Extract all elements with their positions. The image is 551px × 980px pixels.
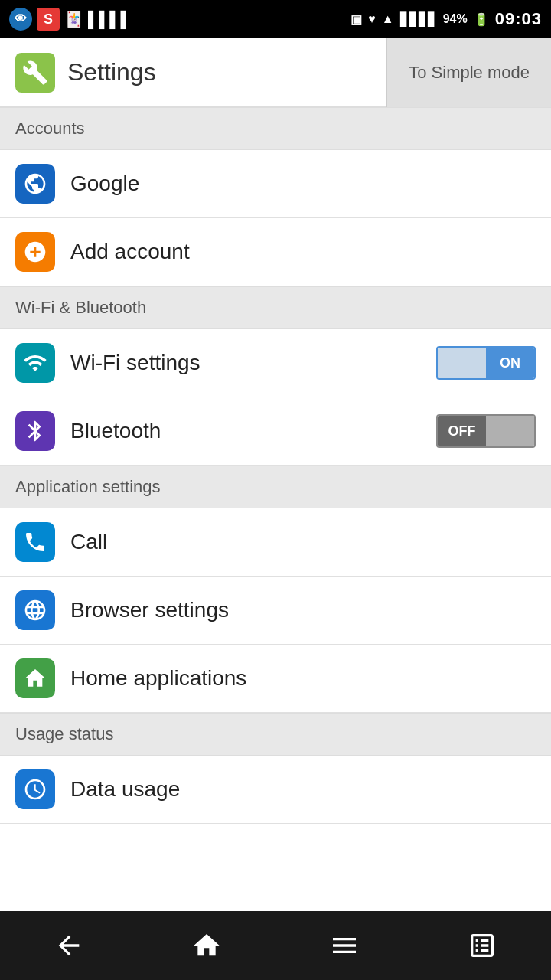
wifi-toggle[interactable]: ON	[436, 346, 536, 380]
wifi-label: Wi-Fi settings	[70, 351, 436, 375]
signal-icon: ▋▋▋▋	[400, 12, 437, 27]
nav-menu-button[interactable]	[314, 923, 375, 969]
app-title: Settings	[67, 58, 156, 87]
home-apps-label: Home applications	[70, 666, 536, 691]
bluetooth-icon	[15, 411, 55, 451]
bluetooth-toggle[interactable]: OFF	[436, 414, 536, 448]
section-header-wifi-bluetooth: Wi-Fi & Bluetooth	[0, 286, 551, 329]
browser-icon	[15, 590, 55, 630]
settings-item-add-account[interactable]: Add account	[0, 218, 551, 286]
battery-icon: 🔋	[474, 12, 489, 27]
browser-label: Browser settings	[70, 598, 536, 622]
status-bar-right: ▣ ♥ ▲ ▋▋▋▋ 94% 🔋 09:03	[350, 9, 542, 29]
google-label: Google	[70, 172, 536, 196]
add-account-icon	[15, 232, 55, 272]
settings-item-call[interactable]: Call	[0, 508, 551, 577]
nav-home-button[interactable]	[176, 923, 237, 969]
section-header-accounts: Accounts	[0, 107, 551, 150]
data-usage-label: Data usage	[70, 777, 536, 802]
wifi-toggle-right: ON	[486, 348, 534, 378]
nav-bar	[0, 911, 551, 980]
settings-item-bluetooth[interactable]: Bluetooth OFF	[0, 397, 551, 466]
settings-item-home-apps[interactable]: Home applications	[0, 645, 551, 713]
app-bar: Settings To Simple mode	[0, 38, 551, 107]
status-bar: 👁 S 🃏 ▌▌▌▌ ▣ ♥ ▲ ▋▋▋▋ 94% 🔋 09:03	[0, 0, 551, 38]
google-icon	[15, 164, 55, 204]
status-bar-left: 👁 S 🃏 ▌▌▌▌	[9, 8, 132, 31]
heart-icon: ♥	[368, 12, 376, 26]
nav-recents-button[interactable]	[452, 923, 513, 969]
settings-item-browser[interactable]: Browser settings	[0, 577, 551, 645]
call-label: Call	[70, 530, 536, 554]
eye-icon: 👁	[9, 8, 32, 31]
clock: 09:03	[495, 9, 542, 29]
settings-item-wifi[interactable]: Wi-Fi settings ON	[0, 329, 551, 397]
wifi-icon	[15, 343, 55, 383]
settings-item-google[interactable]: Google	[0, 150, 551, 218]
wifi-toggle-left	[438, 348, 486, 378]
nav-back-button[interactable]	[38, 923, 99, 969]
card-icon: 🃏	[64, 10, 83, 28]
battery-percent: 94%	[443, 12, 468, 26]
call-icon	[15, 522, 55, 562]
settings-content: Accounts Google Add account Wi-Fi & Blue…	[0, 107, 551, 824]
vr-icon: ▣	[350, 12, 362, 27]
s-icon: S	[37, 8, 60, 31]
barcode-icon: ▌▌▌▌	[88, 11, 132, 28]
home-apps-icon	[15, 658, 55, 698]
data-usage-icon	[15, 769, 55, 809]
app-title-section: Settings	[0, 53, 386, 93]
bluetooth-toggle-left: OFF	[438, 416, 486, 446]
wifi-status-icon: ▲	[382, 12, 394, 26]
bluetooth-label: Bluetooth	[70, 419, 436, 443]
section-header-app-settings: Application settings	[0, 466, 551, 508]
settings-app-icon	[15, 53, 55, 93]
add-account-label: Add account	[70, 240, 536, 264]
simple-mode-button[interactable]: To Simple mode	[386, 38, 551, 107]
section-header-usage-status: Usage status	[0, 713, 551, 756]
settings-item-data-usage[interactable]: Data usage	[0, 756, 551, 824]
bluetooth-toggle-right	[486, 416, 534, 446]
